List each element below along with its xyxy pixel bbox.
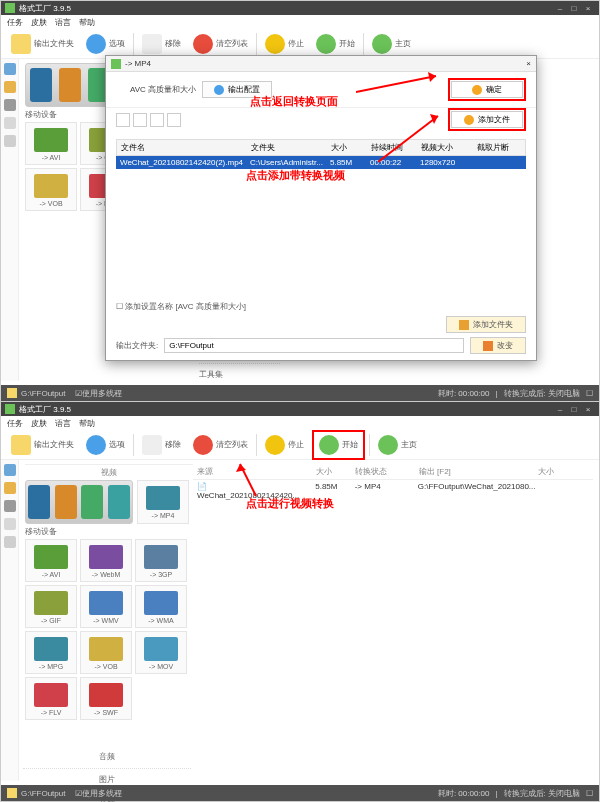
output-path-input[interactable] [164,338,464,353]
start-icon-2 [319,435,339,455]
fmt-flv-2[interactable]: -> FLV [25,677,77,720]
close-button-2[interactable]: × [581,405,595,414]
arrow-to-start [234,460,264,500]
add-setting-checkbox[interactable]: ☐ 添加设置名称 [AVC 高质量和大小] [116,301,526,312]
status-folder-icon [7,388,17,398]
dialog-close-button[interactable]: × [526,59,531,68]
anno-add: 点击添加带转换视频 [246,168,345,183]
output-folder-button[interactable]: 输出文件夹 [7,32,78,56]
dialog-title: -> MP4 [125,59,151,68]
add-file-button[interactable]: 添加文件 [451,111,523,128]
remove-icon [142,34,162,54]
clear-icon [193,34,213,54]
stop-button[interactable]: 停止 [261,32,308,56]
menu-task[interactable]: 任务 [7,17,23,28]
fmt-vob[interactable]: -> VOB [25,168,77,211]
fmt-gif-2[interactable]: -> GIF [25,585,77,628]
profile-label: AVC 高质量和大小 [116,84,196,95]
output-folder-label: 输出文件夹: [116,340,158,351]
sidebar [1,59,19,381]
menu-lang[interactable]: 语言 [55,17,71,28]
dialog-titlebar: -> MP4 × [106,56,536,72]
home-button-2[interactable]: 主页 [374,433,421,457]
svg-line-0 [356,76,436,92]
fmt-3gp-2[interactable]: -> 3GP [135,539,187,582]
menu-skin[interactable]: 皮肤 [31,17,47,28]
minimize-button-2[interactable]: – [553,405,567,414]
file-table: 文件名 文件夹 大小 持续时间 视频大小 截取片断 WeChat_2021080… [116,139,526,169]
fmt-mp4[interactable]: -> MP4 [137,480,189,524]
table-header: 文件名 文件夹 大小 持续时间 视频大小 截取片断 [116,139,526,156]
cat-audio[interactable]: 音频 [23,746,191,769]
arrow-to-addfile [378,110,448,166]
folder-icon [11,34,31,54]
plus-icon [464,115,474,125]
statusbar: G:\FFOutput ☑ 使用多线程 耗时: 00:00:00 | 转换完成后… [1,385,599,401]
cat-video[interactable]: 视频 [25,464,193,480]
anno-return: 点击返回转换页面 [250,94,338,109]
svg-marker-3 [430,114,438,124]
output-folder-button-2[interactable]: 输出文件夹 [7,433,78,457]
options-button[interactable]: 选项 [82,32,129,56]
confirm-button[interactable]: 确定 [451,81,523,98]
add-folder-button[interactable]: 添加文件夹 [446,316,526,333]
globe-icon [372,34,392,54]
fmt-mov-2[interactable]: -> MOV [135,631,187,674]
dlg-icon-2[interactable] [133,113,147,127]
fmt-avi-2[interactable]: -> AVI [25,539,77,582]
minimize-button[interactable]: – [553,4,567,13]
start-icon [316,34,336,54]
start-button[interactable]: 开始 [312,32,359,56]
app-window-2: 格式工厂 3.9.5 – □ × 任务 皮肤 语言 帮助 输出文件夹 选项 移除… [0,401,600,802]
folder-plus-icon [459,320,469,330]
maximize-button[interactable]: □ [567,4,581,13]
status-output-path: G:\FFOutput [21,389,65,398]
home-button[interactable]: 主页 [368,32,415,56]
dlg-icon-4[interactable] [167,113,181,127]
anno-start: 点击进行视频转换 [246,496,334,511]
options-button-2[interactable]: 选项 [82,433,129,457]
options-icon [86,34,106,54]
dlg-icon-3[interactable] [150,113,164,127]
app-icon [5,3,15,13]
app-window-1: 格式工厂 3.9.5 – □ × 任务 皮肤 语言 帮助 输出文件夹 选项 移除… [0,0,600,402]
close-button[interactable]: × [581,4,595,13]
stop-icon [265,34,285,54]
status-elapsed: 耗时: 00:00:00 [438,388,490,399]
dlg-icon-1[interactable] [116,113,130,127]
fmt-vob-2[interactable]: -> VOB [80,631,132,674]
edit-icon [483,341,493,351]
menu-help[interactable]: 帮助 [79,17,95,28]
fmt-swf-2[interactable]: -> SWF [80,677,132,720]
status-multithread[interactable]: 使用多线程 [82,388,122,399]
fmt-wma-2[interactable]: -> WMA [135,585,187,628]
start-button-2[interactable]: 开始 [315,433,362,457]
fmt-mpg-2[interactable]: -> MPG [25,631,77,674]
stop-button-2[interactable]: 停止 [261,433,308,457]
cat-toolset[interactable]: 工具集 [199,364,280,387]
fmt-wmv-2[interactable]: -> WMV [80,585,132,628]
titlebar: 格式工厂 3.9.5 – □ × [1,1,599,15]
change-button[interactable]: 改变 [470,337,526,354]
svg-marker-1 [428,72,436,82]
arrow-to-confirm [356,70,446,96]
status-after: 转换完成后: 关闭电脑 [504,388,580,399]
maximize-button-2[interactable]: □ [567,405,581,414]
svg-line-2 [378,116,438,162]
fmt-webm-2[interactable]: -> WebM [80,539,132,582]
titlebar-2: 格式工厂 3.9.5 – □ × [1,402,599,416]
clear-list-button-2[interactable]: 清空列表 [189,433,252,457]
remove-button[interactable]: 移除 [138,32,185,56]
remove-button-2[interactable]: 移除 [138,433,185,457]
clear-list-button[interactable]: 清空列表 [189,32,252,56]
menubar: 任务 皮肤 语言 帮助 [1,15,599,29]
fmt-avi[interactable]: -> AVI [25,122,77,165]
app-title: 格式工厂 3.9.5 [19,3,71,14]
play-icon [472,85,482,95]
